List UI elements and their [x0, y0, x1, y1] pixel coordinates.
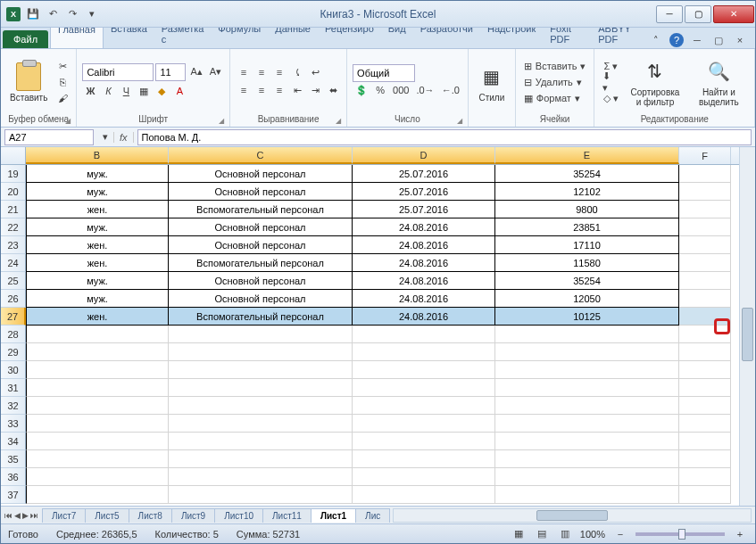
find-select-button[interactable]: 🔍 Найти и выделить — [689, 55, 749, 109]
select-all-button[interactable] — [1, 147, 26, 164]
cell[interactable] — [679, 343, 731, 361]
launcher-icon[interactable]: ◢ — [336, 117, 341, 125]
row-header[interactable]: 30 — [1, 361, 26, 379]
insert-cells-button[interactable]: ⊞ Вставить ▾ — [521, 58, 589, 74]
zoom-slider[interactable] — [636, 532, 725, 536]
cell[interactable] — [679, 218, 731, 236]
name-box-dropdown-icon[interactable]: ▾ — [97, 129, 113, 145]
minimize-button[interactable]: ─ — [656, 5, 683, 23]
cell[interactable] — [26, 450, 169, 468]
cell[interactable] — [679, 290, 731, 308]
cell[interactable]: 12102 — [495, 183, 679, 201]
cell[interactable]: 24.08.2016 — [353, 308, 495, 326]
orientation-icon[interactable]: ⤹ — [289, 64, 305, 80]
fill-color-icon[interactable]: ◆ — [154, 83, 170, 99]
cell[interactable] — [495, 343, 679, 361]
cell[interactable]: Основной персонал — [169, 165, 353, 183]
cell[interactable]: Основной персонал — [169, 183, 353, 201]
cell[interactable]: муж. — [26, 183, 169, 201]
cell[interactable] — [495, 468, 679, 486]
delete-cells-button[interactable]: ⊟ Удалить ▾ — [521, 74, 589, 90]
cell[interactable] — [353, 379, 495, 397]
border-icon[interactable]: ▦ — [136, 83, 152, 99]
cell[interactable]: 35254 — [495, 165, 679, 183]
column-header[interactable]: C — [169, 147, 353, 164]
page-break-view-icon[interactable]: ▥ — [557, 526, 573, 542]
excel-icon[interactable]: X — [4, 5, 22, 23]
cell[interactable] — [26, 486, 169, 504]
cell[interactable] — [169, 343, 353, 361]
format-painter-icon[interactable]: 🖌 — [54, 90, 71, 106]
cell[interactable] — [495, 415, 679, 433]
decrease-font-icon[interactable]: A▾ — [207, 63, 224, 79]
row-header[interactable]: 29 — [1, 343, 26, 361]
increase-font-icon[interactable]: A▴ — [187, 63, 204, 79]
cell[interactable] — [679, 468, 731, 486]
cell[interactable] — [26, 415, 169, 433]
clear-icon[interactable]: ◇ ▾ — [600, 90, 621, 106]
cut-icon[interactable]: ✂ — [54, 58, 71, 74]
sheet-tab[interactable]: Лист8 — [129, 508, 172, 523]
cell[interactable]: Вспомогательный персонал — [169, 254, 353, 272]
cell[interactable] — [353, 343, 495, 361]
fill-handle-marker[interactable] — [714, 318, 730, 334]
undo-icon[interactable]: ↶ — [44, 5, 62, 23]
save-icon[interactable]: 💾 — [24, 5, 42, 23]
cell[interactable] — [495, 397, 679, 415]
row-header[interactable]: 25 — [1, 272, 26, 290]
sheet-tab[interactable]: Лист7 — [42, 508, 86, 523]
column-header[interactable]: B — [26, 147, 169, 164]
cell[interactable] — [679, 236, 731, 254]
increase-indent-icon[interactable]: ⇥ — [307, 82, 323, 98]
zoom-level[interactable]: 100% — [580, 529, 605, 540]
launcher-icon[interactable]: ◢ — [65, 117, 71, 125]
align-center-icon[interactable]: ≡ — [253, 82, 270, 98]
cell[interactable] — [679, 486, 731, 504]
sort-filter-button[interactable]: ⇅ Сортировка и фильтр — [625, 55, 685, 109]
row-header[interactable]: 19 — [1, 165, 26, 183]
cell[interactable]: жен. — [26, 236, 169, 254]
cell[interactable] — [26, 433, 169, 450]
cell[interactable] — [169, 468, 353, 486]
cell[interactable] — [26, 361, 169, 379]
cell[interactable] — [169, 486, 353, 504]
cell[interactable]: 35254 — [495, 272, 679, 290]
cell[interactable] — [169, 379, 353, 397]
decrease-decimal-icon[interactable]: ←.0 — [439, 82, 462, 98]
cell[interactable] — [353, 450, 495, 468]
row-header[interactable]: 24 — [1, 254, 26, 272]
row-header[interactable]: 32 — [1, 397, 26, 415]
doc-minimize-icon[interactable]: ─ — [689, 32, 705, 48]
cell[interactable] — [353, 486, 495, 504]
font-color-icon[interactable]: A — [171, 83, 187, 99]
cell[interactable] — [169, 397, 353, 415]
align-bottom-icon[interactable]: ≡ — [271, 64, 287, 80]
cell[interactable] — [169, 433, 353, 450]
cell[interactable]: жен. — [26, 254, 169, 272]
cell[interactable] — [353, 361, 495, 379]
cell[interactable] — [26, 326, 169, 343]
cell[interactable]: Вспомогательный персонал — [169, 308, 353, 326]
cell[interactable]: Вспомогательный персонал — [169, 201, 353, 218]
row-header[interactable]: 35 — [1, 450, 26, 468]
cell[interactable] — [353, 468, 495, 486]
font-name-combo[interactable]: Calibri — [82, 63, 154, 81]
file-tab[interactable]: Файл — [3, 30, 48, 48]
cell[interactable]: 25.07.2016 — [353, 165, 495, 183]
cell[interactable] — [679, 450, 731, 468]
paste-button[interactable]: Вставить — [6, 61, 51, 104]
column-header[interactable]: F — [679, 147, 731, 164]
cell[interactable]: 11580 — [495, 254, 679, 272]
cell[interactable]: 9800 — [495, 201, 679, 218]
decrease-indent-icon[interactable]: ⇤ — [289, 82, 305, 98]
styles-button[interactable]: ▦ Стили — [474, 61, 510, 104]
number-format-combo[interactable]: Общий — [353, 64, 415, 82]
cell[interactable] — [679, 433, 731, 450]
scroll-thumb[interactable] — [742, 308, 753, 361]
cell[interactable] — [26, 468, 169, 486]
row-header[interactable]: 33 — [1, 415, 26, 433]
cell[interactable]: жен. — [26, 308, 169, 326]
sheet-tab[interactable]: Лист1 — [311, 508, 356, 523]
comma-icon[interactable]: 000 — [390, 82, 411, 98]
launcher-icon[interactable]: ◢ — [457, 117, 462, 125]
